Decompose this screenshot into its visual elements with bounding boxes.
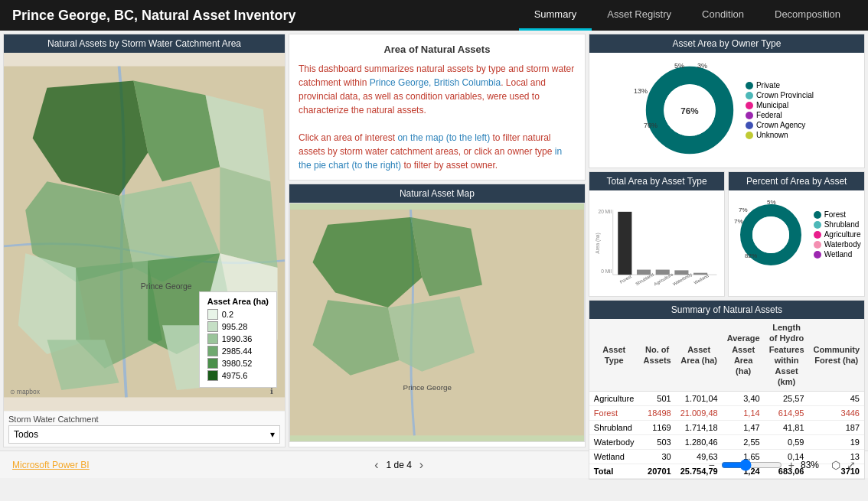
percent-area-legend-list: Forest Shrubland Agriculture Waterbody W… <box>814 210 861 259</box>
page-indicator: 1 de 4 <box>386 460 411 470</box>
tab-asset-registry[interactable]: Asset Registry <box>592 0 687 31</box>
cell-area: 1.714,18 <box>676 420 723 434</box>
table-row: Forest 18498 21.009,48 1,14 614,95 3446 <box>589 405 864 420</box>
label-5pct: 5% <box>674 62 684 70</box>
svg-marker-6 <box>220 167 277 268</box>
svg-text:Prince George: Prince George <box>141 282 192 291</box>
label-76pct: 76% <box>644 122 658 129</box>
zoom-value: 83% <box>801 460 819 470</box>
cell-forest: 3446 <box>809 405 865 420</box>
cell-assets: 18498 <box>639 405 676 420</box>
legend-waterbody: Waterbody <box>814 240 861 249</box>
owner-type-legend-list: Private Crown Provincial Municipal Feder… <box>746 81 814 139</box>
catchment-map[interactable]: Prince George ⊙ mapbox ℹ Asset Area (ha)… <box>4 53 285 411</box>
map-panel-title: Natural Assets by Storm Water Catchment … <box>4 34 285 53</box>
zoom-out-button[interactable]: − <box>709 459 715 471</box>
legend-item-6: 4975.6 <box>207 370 269 381</box>
percent-area-donut-svg[interactable]: 82% 7% 7% 5% <box>733 197 809 273</box>
storm-water-dropdown[interactable]: Todos ▾ <box>8 425 280 444</box>
svg-text:0 Mil: 0 Mil <box>601 268 612 274</box>
svg-text:7%: 7% <box>739 207 748 213</box>
tab-condition[interactable]: Condition <box>687 0 759 31</box>
legend-municipal: Municipal <box>746 101 814 109</box>
legend-agriculture: Agriculture <box>814 230 861 239</box>
col-community-forest: Community Forest (ha) <box>809 319 865 391</box>
map-legend: Asset Area (ha) 0.2 995.28 1990.36 2985.… <box>199 291 277 388</box>
total-area-title: Total Area by Asset Type <box>589 172 725 190</box>
summary-table-box: Summary of Natural Assets Asset Type No.… <box>589 300 865 480</box>
svg-text:5%: 5% <box>767 199 776 206</box>
legend-item-1: 0.2 <box>207 309 269 320</box>
bar-chart-svg: 20 Mil 0 Mil Area (ha) <box>594 194 720 293</box>
svg-text:ℹ: ℹ <box>270 387 273 395</box>
owner-type-donut-container: 76% 76% 13% 5% 3% Private Crown Provinci… <box>589 53 864 168</box>
cell-total-label: Total <box>589 464 639 478</box>
cell-forest: 187 <box>809 420 865 434</box>
next-page-button[interactable]: › <box>419 458 423 472</box>
owner-type-legend: Private Crown Provincial Municipal Feder… <box>746 80 814 141</box>
legend-value-3: 1990.36 <box>222 334 253 343</box>
storm-water-dropdown-area: Storm Water Catchment Todos ▾ <box>4 411 285 447</box>
svg-point-50 <box>752 216 789 253</box>
legend-crown-agency: Crown Agency <box>746 121 814 129</box>
table-row: Waterbody 503 1.280,46 2,55 0,59 19 <box>589 434 864 449</box>
legend-wetland: Wetland <box>814 250 861 259</box>
table-row: Agriculture 501 1.701,04 3,40 25,57 45 <box>589 391 864 405</box>
zoom-slider[interactable] <box>721 459 782 471</box>
powerbi-link[interactable]: Microsoft Power BI <box>12 460 90 470</box>
col-avg-area: Average Asset Area (ha) <box>723 319 765 391</box>
legend-crown-provincial: Crown Provincial <box>746 91 814 99</box>
cell-avg: 2,55 <box>723 434 765 449</box>
map-panel: Natural Assets by Storm Water Catchment … <box>3 34 286 447</box>
col-asset-type: Asset Type <box>589 319 639 391</box>
svg-text:Wetland: Wetland <box>693 273 709 285</box>
cell-hydro: 0,59 <box>765 434 809 449</box>
main-content: Natural Assets by Storm Water Catchment … <box>0 31 868 451</box>
right-panel: Asset Area by Owner Type 76% 76% <box>589 34 865 447</box>
percent-area-legend: Forest Shrubland Agriculture Waterbody W… <box>814 209 861 260</box>
legend-item-3: 1990.36 <box>207 333 269 344</box>
summary-table-title: Summary of Natural Assets <box>589 301 864 319</box>
cell-avg: 1,47 <box>723 420 765 434</box>
legend-value-5: 3980.52 <box>222 359 253 368</box>
svg-text:⊙ mapbox: ⊙ mapbox <box>10 388 41 395</box>
tab-decomposition[interactable]: Decomposition <box>759 0 856 31</box>
info-text-2: Click an area of interest on the map (to… <box>299 131 576 172</box>
tab-summary[interactable]: Summary <box>519 0 592 31</box>
cell-assets: 501 <box>639 391 676 405</box>
prev-page-button[interactable]: ‹ <box>374 458 378 472</box>
app-title: Prince George, BC, Natural Asset Invento… <box>12 8 519 24</box>
cell-type: Wetland <box>589 449 639 464</box>
col-num-assets: No. of Assets <box>639 319 676 391</box>
share-icon[interactable]: ⬡ <box>831 459 840 471</box>
legend-federal: Federal <box>746 111 814 119</box>
col-hydro: Length of Hydro Features within Asset (k… <box>765 319 809 391</box>
cell-assets: 503 <box>639 434 676 449</box>
legend-value-2: 995.28 <box>222 322 248 331</box>
legend-item-2: 995.28 <box>207 321 269 332</box>
legend-value-1: 0.2 <box>222 310 233 319</box>
cell-total-assets: 20701 <box>639 464 676 478</box>
cell-type: Shrubland <box>589 420 639 434</box>
legend-shrubland: Shrubland <box>814 220 861 229</box>
cell-avg: 3,40 <box>723 391 765 405</box>
nav-tabs: Summary Asset Registry Condition Decompo… <box>519 0 856 31</box>
natural-asset-map-thumbnail[interactable]: Prince George <box>289 203 585 443</box>
legend-item-4: 2985.44 <box>207 346 269 356</box>
legend-unknown: Unknown <box>746 131 814 139</box>
footer-right: − + 83% ⬡ ⤢ <box>709 459 856 471</box>
total-area-chart: Total Area by Asset Type 20 Mil 0 Mil Ar… <box>589 171 726 297</box>
zoom-in-button[interactable]: + <box>788 459 795 471</box>
cell-assets: 30 <box>639 449 676 464</box>
cell-forest: 45 <box>809 391 865 405</box>
cell-type: Agriculture <box>589 391 639 405</box>
owner-type-chart-box: Asset Area by Owner Type 76% 76% <box>589 34 865 168</box>
bar-chart-inner[interactable]: 20 Mil 0 Mil Area (ha) <box>589 190 725 296</box>
natural-asset-map-title: Natural Asset Map <box>289 184 585 203</box>
app-header: Prince George, BC, Natural Asset Invento… <box>0 0 868 31</box>
cell-area: 1.701,04 <box>676 391 723 405</box>
legend-value-6: 4975.6 <box>222 371 248 380</box>
svg-text:7%: 7% <box>734 218 743 225</box>
expand-icon[interactable]: ⤢ <box>847 459 856 471</box>
svg-text:20 Mil: 20 Mil <box>598 209 612 214</box>
